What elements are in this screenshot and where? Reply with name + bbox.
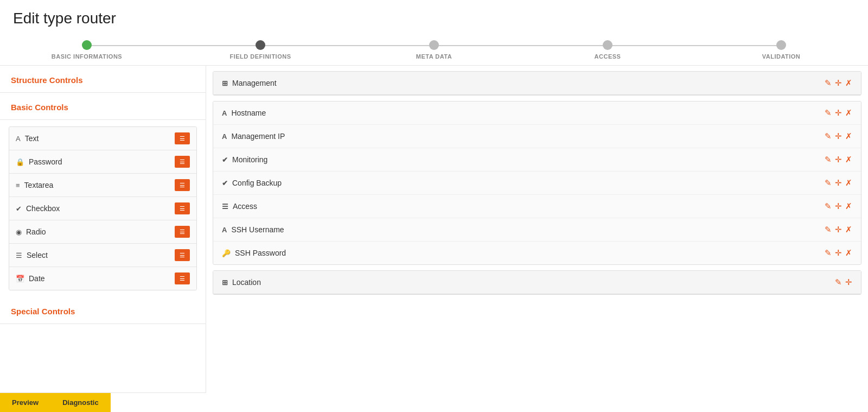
control-item-password: 🔒Password☰ — [9, 150, 196, 174]
structure-controls-title: Structure Controls — [0, 66, 206, 93]
control-icon-password: 🔒 — [16, 158, 24, 166]
field-move-icon-5[interactable]: ✛ — [835, 225, 842, 234]
control-icon-text: A — [16, 135, 21, 143]
control-menu-btn-radio[interactable]: ☰ — [175, 226, 190, 238]
control-menu-btn-text[interactable]: ☰ — [175, 132, 190, 144]
management-group: ⊞ Management ✎ ✛ ✗ — [213, 71, 861, 96]
management-edit-icon[interactable]: ✎ — [825, 78, 832, 88]
field-move-icon-0[interactable]: ✛ — [835, 108, 842, 118]
field-edit-icon-3[interactable]: ✎ — [825, 178, 832, 188]
control-menu-btn-password[interactable]: ☰ — [175, 156, 190, 168]
field-edit-icon-4[interactable]: ✎ — [825, 201, 832, 211]
field-name-2: ✔Monitoring — [222, 155, 267, 164]
control-label-1: 🔒Password — [16, 157, 62, 166]
field-row-hostname: AHostname✎✛✗ — [213, 102, 861, 125]
field-move-icon-2[interactable]: ✛ — [835, 155, 842, 164]
control-text-date: Date — [29, 274, 45, 283]
control-menu-btn-checkbox[interactable]: ☰ — [175, 202, 190, 214]
bottom-bar: Preview Diagnostic — [0, 392, 206, 412]
field-icon-5: A — [222, 226, 227, 234]
field-edit-icon-2[interactable]: ✎ — [825, 155, 832, 164]
management-group-header: ⊞ Management ✎ ✛ ✗ — [213, 72, 861, 95]
control-icon-date: 📅 — [16, 275, 24, 283]
field-label-1: Management IP — [231, 132, 285, 141]
step-label-1: FIELD DEFINITIONS — [230, 53, 291, 60]
step-label-4: VALIDATION — [762, 53, 801, 60]
field-icon-1: A — [222, 132, 227, 141]
field-row-management-ip: AManagement IP✎✛✗ — [213, 125, 861, 148]
field-delete-icon-1[interactable]: ✗ — [845, 131, 852, 141]
step-1[interactable]: FIELD DEFINITIONS — [174, 40, 347, 60]
field-move-icon-3[interactable]: ✛ — [835, 178, 842, 188]
field-edit-icon-6[interactable]: ✎ — [825, 248, 832, 258]
stepper: BASIC INFORMATIONSFIELD DEFINITIONSMETA … — [0, 35, 868, 66]
step-4[interactable]: VALIDATION — [694, 40, 868, 60]
sidebar: Structure Controls Basic Controls AText☰… — [0, 66, 206, 412]
control-label-3: ✔Checkbox — [16, 204, 60, 213]
control-item-select: ☰Select☰ — [9, 244, 196, 267]
field-move-icon-6[interactable]: ✛ — [835, 248, 842, 258]
control-text-radio: Radio — [26, 227, 46, 236]
field-label-0: Hostname — [231, 109, 266, 117]
field-delete-icon-5[interactable]: ✗ — [845, 225, 852, 234]
field-delete-icon-2[interactable]: ✗ — [845, 155, 852, 164]
field-label-3: Config Backup — [232, 179, 282, 187]
field-delete-icon-6[interactable]: ✗ — [845, 248, 852, 258]
management-actions: ✎ ✛ ✗ — [825, 78, 852, 88]
controls-list: AText☰🔒Password☰≡Textarea☰✔Checkbox☰◉Rad… — [9, 126, 197, 290]
control-text-password: Password — [29, 157, 62, 166]
control-icon-checkbox: ✔ — [16, 205, 22, 213]
field-actions-5: ✎✛✗ — [825, 225, 852, 234]
field-delete-icon-0[interactable]: ✗ — [845, 108, 852, 118]
basic-controls-title[interactable]: Basic Controls — [0, 93, 206, 120]
field-label-4: Access — [233, 202, 257, 211]
field-edit-icon-1[interactable]: ✎ — [825, 131, 832, 141]
step-2[interactable]: META DATA — [347, 40, 521, 60]
control-text-select: Select — [27, 251, 48, 259]
field-actions-3: ✎✛✗ — [825, 178, 852, 188]
field-row-access: ☰Access✎✛✗ — [213, 195, 861, 218]
step-dot-1 — [256, 40, 265, 50]
field-actions-2: ✎✛✗ — [825, 155, 852, 164]
location-edit-icon[interactable]: ✎ — [835, 277, 842, 287]
preview-button[interactable]: Preview — [0, 393, 50, 412]
step-dot-2 — [429, 40, 439, 50]
field-move-icon-1[interactable]: ✛ — [835, 131, 842, 141]
control-text-checkbox: Checkbox — [26, 204, 60, 213]
management-type-icon: ⊞ — [222, 79, 228, 87]
field-actions-1: ✎✛✗ — [825, 131, 852, 141]
management-move-icon[interactable]: ✛ — [835, 78, 842, 88]
field-edit-icon-0[interactable]: ✎ — [825, 108, 832, 118]
field-delete-icon-3[interactable]: ✗ — [845, 178, 852, 188]
control-menu-btn-textarea[interactable]: ☰ — [175, 179, 190, 191]
step-0[interactable]: BASIC INFORMATIONS — [0, 40, 174, 60]
field-row-config-backup: ✔Config Backup✎✛✗ — [213, 172, 861, 195]
management-group-label: ⊞ Management — [222, 79, 277, 87]
control-item-radio: ◉Radio☰ — [9, 220, 196, 244]
location-move-icon[interactable]: ✛ — [845, 277, 852, 287]
control-menu-btn-date[interactable]: ☰ — [175, 272, 190, 284]
field-row-ssh-password: 🔑SSH Password✎✛✗ — [213, 242, 861, 264]
control-item-textarea: ≡Textarea☰ — [9, 174, 196, 197]
management-delete-icon[interactable]: ✗ — [845, 78, 852, 88]
field-delete-icon-4[interactable]: ✗ — [845, 201, 852, 211]
field-name-6: 🔑SSH Password — [222, 249, 286, 257]
special-controls-title: Special Controls — [0, 297, 206, 324]
location-label-text: Location — [232, 278, 261, 287]
field-icon-0: A — [222, 109, 227, 117]
field-actions-4: ✎✛✗ — [825, 201, 852, 211]
field-edit-icon-5[interactable]: ✎ — [825, 225, 832, 234]
control-label-0: AText — [16, 134, 39, 143]
step-3[interactable]: ACCESS — [521, 40, 694, 60]
field-actions-6: ✎✛✗ — [825, 248, 852, 258]
step-label-3: ACCESS — [595, 53, 621, 60]
field-name-4: ☰Access — [222, 202, 257, 211]
diagnostic-button[interactable]: Diagnostic — [50, 393, 110, 412]
location-group: ⊞ Location ✎ ✛ — [213, 270, 861, 295]
field-move-icon-4[interactable]: ✛ — [835, 201, 842, 211]
control-label-2: ≡Textarea — [16, 181, 53, 189]
control-menu-btn-select[interactable]: ☰ — [175, 249, 190, 261]
control-text-textarea: Textarea — [24, 181, 54, 189]
control-icon-radio: ◉ — [16, 228, 22, 236]
management-label-text: Management — [232, 79, 277, 87]
